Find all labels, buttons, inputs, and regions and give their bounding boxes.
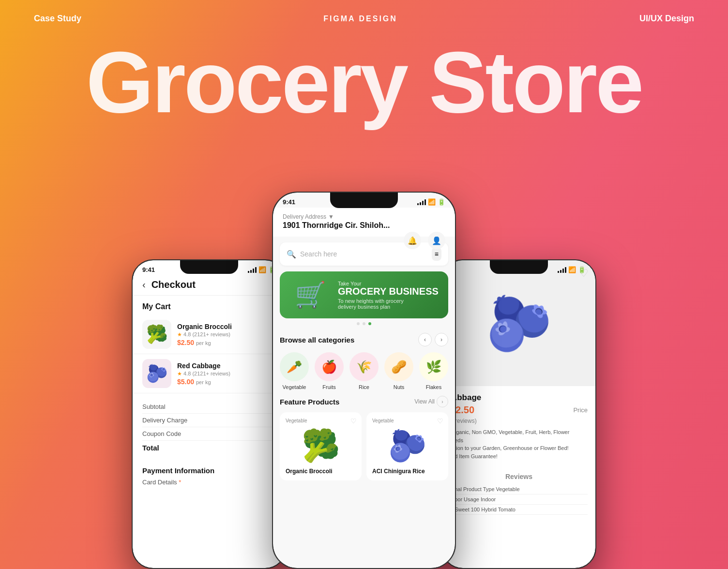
review-item-3: ...Sweet 100 Hybrid Tomato	[450, 505, 588, 515]
view-all-arrow[interactable]: ›	[437, 396, 448, 407]
dot-3	[368, 322, 371, 325]
view-all-label: View All	[414, 398, 435, 405]
product-hero-emoji: 🫐	[486, 292, 552, 355]
cat-nuts[interactable]: 🥜 Nuts	[384, 352, 413, 390]
promo-banner: 🛒 Take Your GROCERY BUSINESS To new heig…	[280, 271, 448, 318]
reviews-title: Reviews	[450, 473, 588, 480]
notification-icon[interactable]: 🔔	[404, 232, 421, 249]
total-row: Total	[142, 441, 276, 455]
wifi-icon: 📶	[258, 266, 266, 273]
product-reviews-count: ...reviews)	[450, 418, 588, 424]
delivery-action-icons: 🔔 👤	[404, 232, 445, 249]
checkout-header: ‹ Checkout	[133, 275, 286, 296]
r-bar3	[562, 269, 564, 273]
user-icon[interactable]: 👤	[428, 232, 445, 249]
filter-icon[interactable]: ≡	[432, 247, 441, 261]
search-placeholder: Search here	[300, 250, 428, 258]
checkout-screen: 9:41 📶 🔋 ‹ Checkou	[133, 260, 286, 491]
broccoli-product-name: Organic Broccoli	[286, 468, 356, 475]
checkout-title: Checkout	[152, 279, 196, 290]
product-detail-name: ...bbage	[450, 393, 588, 403]
cat-fruits-icon: 🍎	[315, 352, 344, 381]
categories-row: 🥕 Vegetable 🍎 Fruits 🌾 Rice 🥜 Nuts 🌿	[273, 350, 455, 396]
right-phone-screen: 📶 🔋 🫐 ♡ ...bbage $2.50 Price ...reviews)	[442, 260, 595, 568]
broccoli-product-image: 🥦	[286, 426, 356, 465]
center-battery-icon: 🔋	[438, 198, 445, 206]
broccoli-price: $2.50 per kg	[177, 339, 276, 346]
reviews-section: Reviews ...nal Product Type Vegetable ..…	[442, 467, 595, 521]
next-arrow[interactable]: ›	[435, 333, 448, 346]
header-center-label: FIGMA DESIGN	[323, 15, 397, 23]
cabbage-price: $5.00 per kg	[177, 378, 276, 386]
subtotal-row: Subtotal	[142, 400, 276, 414]
cat-fruits-label: Fruits	[322, 384, 336, 390]
cabbage-image: 🫐	[142, 359, 171, 388]
banner-text: Take Your GROCERY BUSINESS To new height…	[338, 281, 440, 310]
right-phone-notch	[490, 260, 548, 274]
featured-title: Feature Products	[280, 398, 339, 406]
product-broccoli[interactable]: ♡ Vegetable 🥦 Organic Broccoli	[280, 412, 362, 480]
right-phone: 📶 🔋 🫐 ♡ ...bbage $2.50 Price ...reviews)	[441, 259, 596, 569]
cat-vegetable-label: Vegetable	[283, 384, 306, 390]
view-all-btn[interactable]: View All ›	[414, 396, 448, 407]
cat-fruits[interactable]: 🍎 Fruits	[315, 352, 344, 390]
bar2	[250, 270, 252, 273]
center-phone-notch	[330, 193, 398, 208]
category-nav-arrows: ‹ ›	[418, 333, 448, 346]
subtotal-label: Subtotal	[142, 403, 166, 410]
right-battery-icon: 🔋	[578, 266, 586, 273]
main-title: Grocery Store	[0, 39, 728, 126]
delivery-section: Delivery Address ▼ 1901 Thornridge Cir. …	[273, 208, 455, 237]
cat-flakes-icon: 🌿	[419, 352, 448, 381]
price-row: $2.50 Price	[450, 404, 588, 416]
right-signal-bars	[558, 267, 566, 273]
broccoli-heart-icon[interactable]: ♡	[350, 417, 357, 425]
center-phone-screen: 9:41 📶 🔋 Delivery Address ▼	[273, 193, 455, 568]
bar3	[253, 269, 254, 273]
cat-vegetable-icon: 🥕	[280, 352, 309, 381]
right-status-icons: 📶 🔋	[558, 266, 586, 273]
cabbage-name: Red Cabbage	[177, 362, 276, 370]
left-phone-screen: 9:41 📶 🔋 ‹ Checkou	[133, 260, 286, 568]
broccoli-rating: ★ 4.8 (2121+ reviews)	[177, 331, 276, 338]
feature-products-header: Feature Products View All ›	[280, 396, 448, 407]
r-bar1	[558, 271, 559, 273]
banner-dots	[273, 322, 455, 325]
cabbage-rating: ★ 4.8 (2121+ reviews)	[177, 371, 276, 377]
center-time: 9:41	[283, 198, 295, 206]
payment-section: Payment Information Card Details *	[133, 462, 286, 491]
bar1	[248, 271, 249, 273]
card-details-field[interactable]: Card Details *	[142, 479, 276, 486]
star-icon: ★	[177, 331, 182, 337]
price-label: Price	[573, 406, 588, 414]
cabbage-info: Red Cabbage ★ 4.8 (2121+ reviews) $5.00 …	[177, 362, 276, 386]
broccoli-image: 🥦	[142, 320, 171, 349]
payment-title: Payment Information	[142, 466, 276, 475]
cat-rice[interactable]: 🌾 Rice	[349, 352, 379, 390]
cat-vegetable[interactable]: 🥕 Vegetable	[280, 352, 309, 390]
required-star: *	[179, 479, 181, 486]
delivery-address-text: 1901 Thornridge Cir. Shiloh...	[283, 221, 445, 230]
cat-rice-label: Rice	[359, 384, 369, 390]
dot-1	[357, 322, 360, 325]
r-bar2	[560, 270, 561, 273]
cabbage-heart-icon[interactable]: ♡	[437, 417, 443, 425]
back-button[interactable]: ‹	[142, 279, 146, 290]
c-bar4	[425, 199, 426, 205]
categories-title: Browse all categories	[280, 336, 354, 344]
prev-arrow[interactable]: ‹	[418, 333, 432, 346]
header-case-study: Case Study	[34, 14, 81, 24]
product-description: Organic, Non GMO, Vegetable, Fruit, Herb…	[450, 428, 588, 460]
product-cabbage[interactable]: ♡ Vegetable 🫐 ACI Chinigura Rice	[366, 412, 448, 480]
center-signal-bars	[417, 199, 426, 205]
checkout-totals: Subtotal Delivery Charge Coupon Code Tot…	[133, 393, 286, 462]
cat-rice-icon: 🌾	[349, 352, 379, 381]
star-icon-2: ★	[177, 371, 182, 376]
cart-title: My Cart	[133, 296, 286, 315]
left-phone-notch	[180, 260, 238, 274]
broccoli-unit: per kg	[196, 340, 211, 346]
signal-bars	[248, 267, 257, 273]
center-status-icons: 📶 🔋	[417, 198, 445, 206]
cat-flakes[interactable]: 🌿 Flakes	[419, 352, 448, 390]
r-bar4	[565, 267, 566, 273]
